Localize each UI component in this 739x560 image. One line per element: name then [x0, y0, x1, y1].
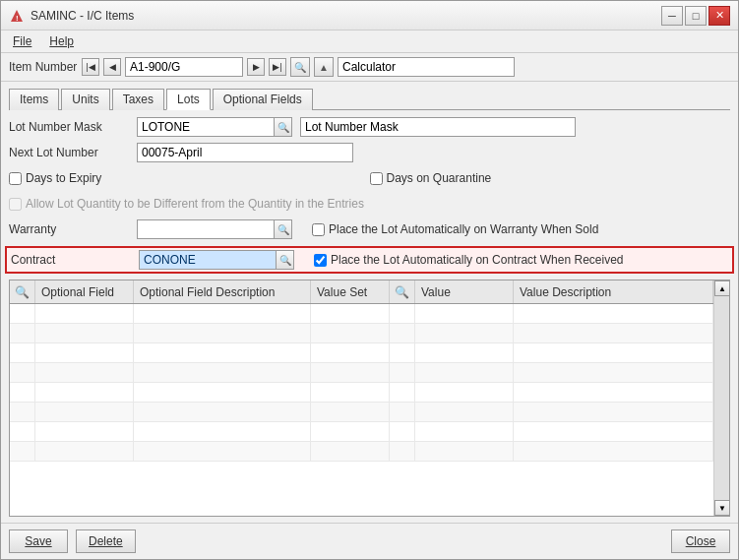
nav-next-button[interactable]: ▶ [247, 58, 265, 76]
nav-prev-button[interactable]: ◀ [103, 58, 121, 76]
magnifier-icon2: 🔍 [395, 285, 409, 299]
tab-taxes[interactable]: Taxes [112, 89, 164, 110]
grid-cell [134, 324, 311, 342]
grid-cell [10, 442, 35, 461]
lot-number-mask-desc-input[interactable] [300, 117, 576, 137]
grid-cell [134, 403, 311, 421]
grid-cell [390, 422, 415, 441]
grid-cell[interactable] [35, 422, 134, 441]
value-header-label: Value [421, 285, 451, 299]
minimize-button[interactable]: ─ [661, 6, 683, 26]
grid-cell [311, 383, 390, 402]
scroll-up-button[interactable]: ▲ [714, 280, 729, 296]
grid-cell [311, 343, 390, 362]
grid-cell[interactable] [35, 324, 134, 342]
table-row [10, 403, 713, 422]
grid-header-value-desc[interactable]: Value Description [514, 280, 713, 303]
warranty-input[interactable] [137, 219, 275, 239]
place-warranty-checkbox[interactable] [312, 223, 325, 236]
tab-lots[interactable]: Lots [166, 89, 211, 110]
grid-cell[interactable] [35, 363, 134, 382]
menu-help[interactable]: Help [41, 32, 82, 50]
expiry-col: Days to Expiry [9, 171, 370, 185]
tab-items[interactable]: Items [9, 89, 59, 110]
allow-lot-qty-row: Allow Lot Quantity to be Different from … [9, 193, 730, 215]
contract-input[interactable] [139, 250, 277, 270]
grid-cell[interactable] [415, 343, 514, 362]
grid-cell[interactable] [415, 442, 514, 461]
grid-cell[interactable] [415, 363, 514, 382]
grid-cell[interactable] [35, 343, 134, 362]
menu-file[interactable]: File [5, 32, 39, 50]
tab-optional-fields[interactable]: Optional Fields [213, 89, 313, 110]
search-toolbar-button[interactable]: 🔍 [290, 57, 310, 77]
delete-button[interactable]: Delete [76, 529, 136, 553]
grid-cell[interactable] [415, 383, 514, 402]
grid-header-icon2[interactable]: 🔍 [390, 280, 415, 303]
content-area: Items Units Taxes Lots Optional Fields L… [1, 82, 738, 523]
table-row [10, 304, 713, 324]
days-on-quarantine-label: Days on Quarantine [387, 171, 492, 185]
grid-body [10, 304, 713, 516]
grid-header-value-set[interactable]: Value Set [311, 280, 390, 303]
optional-field-header-label: Optional Field [41, 285, 114, 299]
grid-cell [134, 383, 311, 402]
grid-cell [311, 442, 390, 461]
tab-units[interactable]: Units [61, 89, 109, 110]
place-contract-checkbox[interactable] [314, 254, 327, 267]
next-lot-number-label: Next Lot Number [9, 146, 137, 159]
item-number-label: Item Number [9, 60, 78, 74]
item-number-input[interactable] [125, 57, 243, 77]
grid-cell[interactable] [415, 403, 514, 421]
nav-last-button[interactable]: ▶| [269, 58, 286, 76]
days-on-quarantine-checkbox[interactable] [370, 172, 383, 185]
grid-cell [514, 304, 713, 323]
lot-number-mask-row: Lot Number Mask 🔍 [9, 116, 730, 138]
grid-cell [10, 403, 35, 421]
grid-cell[interactable] [415, 422, 514, 441]
nav-up-button[interactable]: ▲ [314, 57, 334, 77]
save-button[interactable]: Save [9, 529, 68, 553]
grid-wrapper: 🔍 Optional Field Optional Field Descript… [10, 280, 729, 516]
close-title-button[interactable]: ✕ [708, 6, 730, 26]
grid-cell[interactable] [35, 383, 134, 402]
warranty-search-button[interactable]: 🔍 [275, 219, 292, 239]
grid-header: 🔍 Optional Field Optional Field Descript… [10, 280, 713, 304]
grid-cell [514, 383, 713, 402]
grid-cell[interactable] [35, 304, 134, 323]
days-to-expiry-checkbox-row: Days to Expiry [9, 171, 101, 185]
place-warranty-label: Place the Lot Automatically on Warranty … [329, 222, 598, 236]
maximize-button[interactable]: □ [685, 6, 707, 26]
grid-header-icon1[interactable]: 🔍 [10, 280, 35, 303]
lot-number-mask-input[interactable] [137, 117, 275, 137]
grid-cell [390, 403, 415, 421]
grid-cell [390, 343, 415, 362]
grid-scrollbar[interactable]: ▲ ▼ [713, 280, 729, 516]
table-row [10, 383, 713, 403]
grid-cell[interactable] [35, 403, 134, 421]
scroll-down-button[interactable]: ▼ [714, 500, 729, 516]
grid-cell [311, 363, 390, 382]
grid-cell[interactable] [415, 324, 514, 342]
grid-cell[interactable] [35, 442, 134, 461]
grid-header-value[interactable]: Value [415, 280, 514, 303]
days-to-expiry-label: Days to Expiry [26, 171, 101, 185]
grid-cell [10, 383, 35, 402]
grid-cell [10, 304, 35, 323]
contract-search-button[interactable]: 🔍 [277, 250, 294, 270]
grid-cell [311, 403, 390, 421]
allow-lot-qty-checkbox[interactable] [9, 198, 22, 211]
grid-cell[interactable] [415, 304, 514, 323]
grid-cell [514, 422, 713, 441]
lots-form: Lot Number Mask 🔍 Next Lot Number Days t… [9, 116, 730, 276]
magnifier-icon: 🔍 [15, 285, 30, 299]
days-to-expiry-checkbox[interactable] [9, 172, 22, 185]
grid-header-description[interactable]: Optional Field Description [134, 280, 311, 303]
grid-header-optional-field[interactable]: Optional Field [35, 280, 134, 303]
grid-cell [134, 422, 311, 441]
next-lot-number-input[interactable] [137, 143, 353, 162]
nav-first-button[interactable]: |◀ [82, 58, 99, 76]
close-button[interactable]: Close [671, 529, 730, 553]
item-description-input[interactable] [338, 57, 515, 77]
lot-number-mask-search-button[interactable]: 🔍 [275, 117, 292, 137]
